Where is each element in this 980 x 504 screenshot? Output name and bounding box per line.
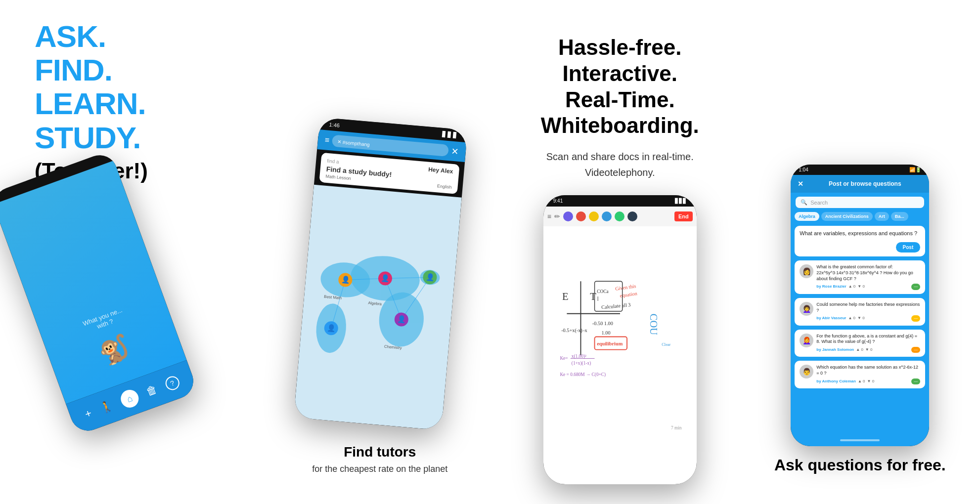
tutors-subtitle: for the cheapest rate on the planet (312, 464, 447, 474)
avatar-4: 👨 (800, 365, 813, 378)
questions-screen: ✕ Post or browse questions 🔍 Search Alge… (791, 175, 929, 446)
status-4: 📶🔋 (909, 167, 921, 172)
cross-icon: ✕ (451, 146, 459, 157)
whiteboard-subtext: Scan and share docs in real-time. Videot… (546, 149, 694, 180)
color-palette-bar: ≡ ✏ End (543, 207, 697, 226)
vote-up-1: ▲ 0 (848, 284, 856, 289)
notch-4 (843, 167, 877, 173)
card-row-3: 👩‍🦰 For the function g above, a is a con… (800, 334, 920, 353)
panel-tagline: ASK. FIND. LEARN. STUDY. (Together!) Wha… (0, 0, 260, 504)
svg-text:7 min: 7 min (671, 425, 682, 430)
dot-red (576, 211, 586, 221)
tab-more[interactable]: Ba... (891, 212, 908, 221)
help-icon: ? (163, 374, 181, 392)
tag-3: — (911, 347, 920, 353)
vote-up-4: ▲ 0 (858, 379, 865, 384)
home-indicator (840, 439, 880, 441)
svg-text:👤: 👤 (327, 324, 336, 333)
question-card-4: 👨 Which equation has the same solution a… (795, 361, 925, 388)
status-3: ▊▊▊ (675, 198, 687, 204)
card-meta-1: by Rose Brazier ▲ 0 ▼ 0 — (816, 284, 920, 290)
subject-1: Math Lesson (325, 174, 351, 181)
avatar-2: 👩‍🦱 (800, 302, 813, 316)
handwriting-svg: E T Given this equation Calculate all 3 … (548, 231, 692, 479)
vote-up-3: ▲ 0 (856, 347, 863, 352)
author-4: by Anthony Coleman (816, 379, 856, 384)
hey-alex-text: Hey Alex (428, 166, 453, 175)
palette-icon: ≡ (547, 212, 551, 220)
phone-mockup-2: 1:46 ▊ ▊ ▊ ≡ ✕ #sompthang ✕ find a Hey A… (294, 117, 468, 430)
close-button[interactable]: ✕ (798, 180, 803, 188)
card-meta-3: by Jannah Solomon ▲ 0 ▼ 0 — (816, 347, 920, 353)
menu-icon: ≡ (324, 135, 330, 145)
tab-ancient[interactable]: Ancient Civilizations (821, 212, 873, 221)
post-button[interactable]: Post (896, 242, 921, 252)
tagline-find: FIND. (35, 53, 148, 87)
phone-status-3: 9:41 ▊▊▊ (543, 195, 697, 207)
question-text-3: For the function g above, a is a constan… (816, 334, 920, 345)
panel-whiteboard: Hassle-free. Interactive. Real-Time. Whi… (500, 0, 740, 504)
vote-down-3: ▼ 0 (865, 347, 873, 352)
phone-mockup-4: 1:04 📶🔋 ✕ Post or browse questions 🔍 Sea… (791, 165, 929, 446)
avatar-3: 👩‍🦰 (800, 334, 813, 347)
time-3: 9:41 (553, 198, 563, 204)
search-pill-text: ✕ #sompthang (337, 139, 370, 147)
author-3: by Jannah Solomon (816, 347, 854, 352)
question-card-2: 👩‍🦱 Could someone help me factories thes… (795, 298, 925, 326)
brush-icon: ✏ (554, 212, 560, 220)
monkey-icon: 🐒 (95, 331, 134, 369)
subject-tabs: Algebra Ancient Civilizations Art Ba... (791, 212, 929, 221)
status-icons: ▊ ▊ ▊ (442, 131, 457, 139)
plus-icon: + (83, 407, 93, 421)
question-text-4: Which equation has the same solution as … (816, 365, 920, 376)
what-text: What you ne...with ? (82, 306, 126, 335)
svg-text:👤: 👤 (341, 275, 350, 285)
vote-down-4: ▼ 0 (867, 379, 875, 384)
vote-up-2: ▲ 0 (848, 316, 855, 321)
avatar-1: 👩 (800, 264, 813, 278)
svg-rect-0 (298, 227, 458, 388)
card-meta-4: by Anthony Coleman ▲ 0 ▼ 0 — (816, 378, 920, 384)
time-4: 1:04 (799, 167, 808, 172)
tab-algebra[interactable]: Algebra (795, 212, 819, 221)
svg-text:COU: COU (648, 314, 659, 336)
tab-art[interactable]: Art (875, 212, 889, 221)
search-bar[interactable]: 🔍 Search (796, 197, 924, 208)
dot-green (615, 211, 624, 221)
world-map: 👤 👤 👤 👤 👤 Algebra Chemistry Best Math (294, 185, 462, 430)
trash-icon: 🗑 (144, 382, 159, 398)
dot-yellow (589, 211, 599, 221)
time-display: 1:46 (329, 121, 340, 128)
panel-tutors: 1:46 ▊ ▊ ▊ ≡ ✕ #sompthang ✕ find a Hey A… (260, 0, 500, 504)
card-meta-2: by Abir Vasseur ▲ 0 ▼ 0 — (816, 315, 920, 321)
map-svg: 👤 👤 👤 👤 👤 Algebra Chemistry Best Math (294, 185, 462, 430)
buddy-label: find a (327, 158, 339, 164)
tutors-title: Find tutors (344, 444, 416, 460)
card-text-3: For the function g above, a is a constan… (816, 334, 920, 353)
svg-text:Ke=: Ke= (560, 356, 568, 361)
phone-1: What you ne...with ? 🐒 + 🚶 ⌂ 🗑 ? (0, 150, 198, 436)
end-button[interactable]: End (674, 211, 693, 221)
phone-mockup-3: 9:41 ▊▊▊ ≡ ✏ End E (543, 195, 697, 484)
search-icon: 🔍 (801, 199, 807, 206)
svg-text:👤: 👤 (381, 274, 390, 283)
tag-1: — (911, 284, 920, 290)
questions-header: ✕ Post or browse questions (791, 175, 929, 193)
svg-text:equilibrium: equilibrium (597, 341, 623, 346)
svg-text:Ke = 0.680M → C(0+C): Ke = 0.680M → C(0+C) (560, 372, 606, 378)
tagline-learn: LEARN. (35, 87, 148, 121)
svg-text:1.00: 1.00 (601, 330, 610, 336)
ask-question-text: What are variables, expressions and equa… (800, 230, 920, 237)
svg-text:(1+x)(1-x): (1+x)(1-x) (572, 361, 591, 366)
svg-text:-x: -x (583, 328, 587, 333)
dot-purple (563, 211, 573, 221)
tag-4: — (911, 378, 920, 384)
home-icon: ⌂ (118, 387, 141, 410)
card-text-2: Could someone help me factories these ex… (816, 302, 920, 322)
card-row-1: 👩 What is the greatest common factor of:… (800, 264, 920, 290)
author-2: by Abir Vasseur (816, 316, 846, 321)
svg-text:Clear: Clear (662, 342, 670, 347)
post-row: Post (800, 240, 920, 252)
ask-free-title: Ask questions for free. (774, 456, 946, 474)
bottom-indicator (791, 390, 929, 446)
